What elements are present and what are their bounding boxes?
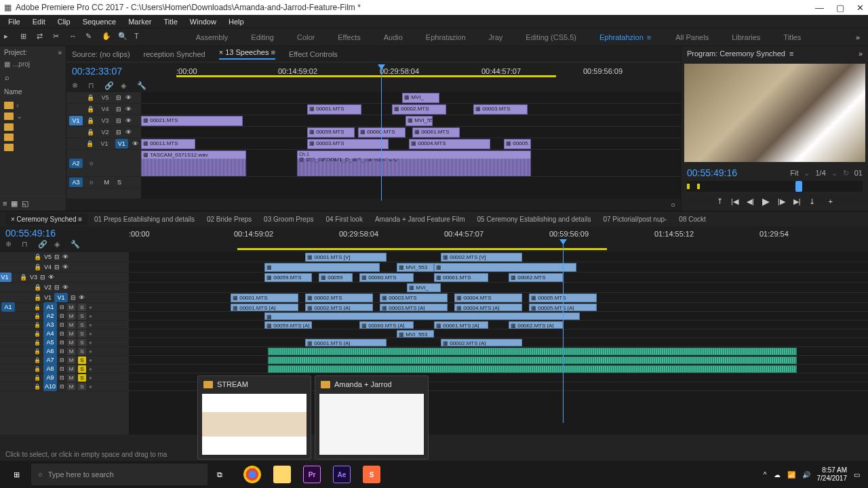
snap-icon[interactable]: ❄ xyxy=(72,81,81,91)
sequence-tab[interactable]: 07 Pictorial/post nup- xyxy=(597,214,672,225)
audio-track-label[interactable]: A9 xyxy=(43,373,57,382)
track-label[interactable]: V5 xyxy=(44,253,52,260)
solo-button[interactable]: S xyxy=(78,383,86,390)
video-clip[interactable]: ▦ 00001.MTS xyxy=(307,104,361,115)
lock-icon[interactable]: 🔒 xyxy=(34,304,41,310)
lock-icon[interactable]: 🔒 xyxy=(34,322,41,328)
audio-clip[interactable]: ▦ 00061.MTS [A] xyxy=(434,321,488,329)
lock-icon[interactable]: 🔒 xyxy=(87,94,94,101)
wifi-icon[interactable]: 📶 xyxy=(787,471,795,479)
sequence-tab[interactable]: 03 Groom Preps xyxy=(258,214,319,225)
track-label[interactable]: V2 xyxy=(98,129,112,136)
track-label[interactable]: V5 xyxy=(98,94,112,101)
lock-icon[interactable]: 🔒 xyxy=(34,375,41,381)
audio-track-label[interactable]: A1 xyxy=(43,302,57,312)
track-label[interactable]: V3 xyxy=(98,117,112,124)
step-forward-icon[interactable]: |▶ xyxy=(778,197,785,206)
audio-clip[interactable]: ▦ 00001.MTS [A] xyxy=(231,304,298,311)
task-view-icon[interactable]: ⧉ xyxy=(208,461,232,488)
icon-view-icon[interactable]: ▦ xyxy=(11,199,18,208)
video-clip[interactable]: ▦ MVI_553 xyxy=(397,263,434,272)
audio-track-label[interactable]: A6 xyxy=(43,346,57,356)
video-clip[interactable]: ▦ 00001.MTS [V] xyxy=(305,253,387,262)
track-label[interactable]: V2 xyxy=(44,284,52,291)
sync-lock-icon[interactable]: ⊟ xyxy=(60,357,64,363)
go-to-out-icon[interactable]: ▶| xyxy=(793,197,801,206)
program-tab[interactable]: Program: Ceremony Synched xyxy=(687,49,785,58)
zoom-dropdown[interactable]: 1/4 xyxy=(815,169,825,177)
workspace-tab[interactable]: Jray xyxy=(488,30,505,44)
video-clip[interactable]: ▦ 00001.MTS xyxy=(231,293,298,302)
lock-icon[interactable]: 🔒 xyxy=(86,140,94,147)
lock-icon[interactable]: 🔒 xyxy=(34,331,41,337)
pen-tool-icon[interactable]: ✎ xyxy=(85,32,96,43)
solo-button[interactable]: S xyxy=(78,357,86,364)
workspace-tab[interactable]: Assembly xyxy=(195,30,230,44)
track-label[interactable]: V4 xyxy=(44,264,52,270)
lock-icon[interactable]: 🔒 xyxy=(87,129,94,136)
video-clip[interactable]: ▦ 00004.MTS xyxy=(409,139,490,149)
add-button-icon[interactable]: + xyxy=(829,197,833,205)
lock-icon[interactable]: 🔒 xyxy=(87,117,94,124)
workspace-tab[interactable]: Editing xyxy=(250,30,275,44)
taskbar-search[interactable]: ○ Type here to search xyxy=(31,464,208,485)
eye-icon[interactable]: 👁 xyxy=(62,253,68,260)
audio-source-toggle[interactable]: A2 xyxy=(69,159,83,168)
lock-icon[interactable]: 🔒 xyxy=(34,348,41,354)
audio-clip[interactable] xyxy=(268,357,797,364)
slip-tool-icon[interactable]: ↔ xyxy=(69,32,80,43)
video-clip[interactable]: ▦ 00011.MTS xyxy=(141,139,195,149)
marker-icon[interactable]: ◈ xyxy=(54,240,64,249)
eye-icon[interactable]: 👁 xyxy=(48,274,54,281)
sequence-tab[interactable]: 05 Ceremony Establishing and details xyxy=(472,214,597,225)
maximize-button[interactable]: ▢ xyxy=(836,3,844,13)
sequence-tab[interactable]: 02 Bride Preps xyxy=(201,214,257,225)
source-timeline-tracks[interactable]: ▦ MVI_▦ 00001.MTS▦ 00002.MTS▦ 00003.MTS▦… xyxy=(141,92,681,199)
audio-clip[interactable]: ▦ xyxy=(264,312,580,320)
minimize-button[interactable]: — xyxy=(815,3,824,13)
audio-clip[interactable]: ▦ TASCAM_0371S12.wav xyxy=(141,150,246,176)
mute-button[interactable]: M xyxy=(67,330,75,338)
workspace-tab[interactable]: Titles xyxy=(782,30,802,44)
sync-lock-icon[interactable]: ⊟ xyxy=(116,129,121,136)
v1-target[interactable]: V1 xyxy=(0,272,12,282)
audio-clip[interactable] xyxy=(268,348,797,355)
v1-target[interactable]: V1 xyxy=(115,139,128,148)
mute-button[interactable]: M xyxy=(67,374,75,382)
sequence-tab[interactable]: 04 First look xyxy=(320,214,368,225)
program-video-display[interactable] xyxy=(684,64,865,162)
workspace-tab[interactable]: Editing (CS5.5) xyxy=(524,30,578,44)
video-clip[interactable]: ▦ MVI_ xyxy=(402,93,439,103)
audio-clip[interactable]: ▦ 00001.MTS [A] xyxy=(305,339,387,346)
workspace-tab[interactable]: Effects xyxy=(336,30,361,44)
solo-button[interactable]: S xyxy=(78,339,86,346)
mute-button[interactable]: M xyxy=(67,365,75,373)
magnet-icon[interactable]: ⊓ xyxy=(88,81,98,91)
workspace-tab[interactable]: Ephratahzion ≡ xyxy=(598,30,654,44)
a1-target[interactable]: A1 xyxy=(1,302,15,312)
bin-item[interactable] xyxy=(3,122,63,132)
timeline-timecode[interactable]: 00:55:49:16 xyxy=(5,228,129,239)
lock-icon[interactable]: 🔒 xyxy=(34,313,41,319)
audio-clip[interactable]: ▦ MVI_553 xyxy=(397,330,434,338)
video-clip[interactable]: ▦ 00003.MTS xyxy=(473,104,528,115)
source-tab[interactable]: Source: (no clips) xyxy=(72,50,130,58)
audio-track-label[interactable]: A10 xyxy=(43,382,57,391)
fit-dropdown[interactable]: Fit xyxy=(790,169,798,177)
mute-button[interactable]: M xyxy=(67,321,75,329)
sync-lock-icon[interactable]: ⊟ xyxy=(60,384,64,390)
eye-icon[interactable]: 👁 xyxy=(62,264,68,270)
video-clip[interactable]: ▦ xyxy=(264,263,380,272)
video-clip[interactable]: ▦ xyxy=(434,263,576,272)
selection-tool-icon[interactable]: ▸ xyxy=(4,32,15,43)
track-label[interactable]: V1 xyxy=(44,294,52,301)
audio-track-label[interactable]: A2 xyxy=(43,311,57,321)
sync-lock-icon[interactable]: ⊟ xyxy=(60,304,64,310)
notification-icon[interactable]: ▭ xyxy=(854,471,860,479)
track-label[interactable]: V4 xyxy=(98,106,112,113)
video-clip[interactable]: ▦ 00062.MTS xyxy=(509,273,563,282)
overflow-icon[interactable]: » xyxy=(852,33,864,41)
video-clip[interactable]: ▦ 00003.MTS xyxy=(307,139,389,149)
sync-lock-icon[interactable]: ⊟ xyxy=(116,94,121,101)
mute-button[interactable]: M xyxy=(67,339,75,346)
